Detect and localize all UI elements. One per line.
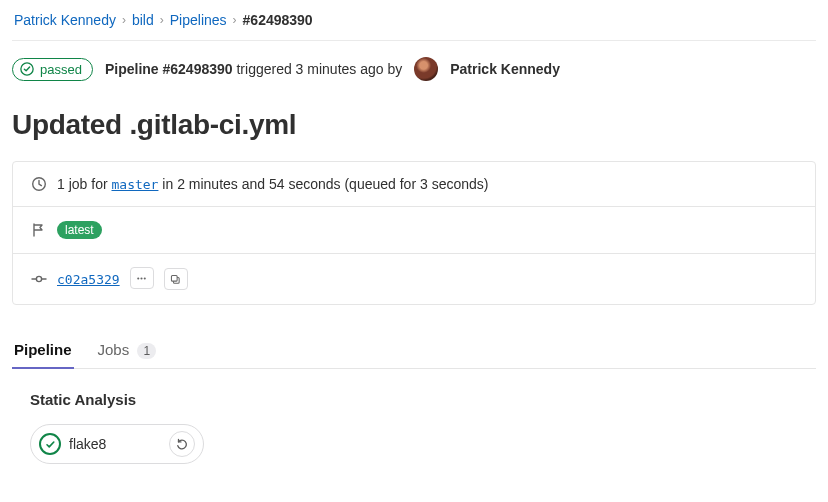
latest-tag[interactable]: latest: [57, 221, 102, 239]
commit-row: c02a5329: [13, 253, 815, 304]
pipeline-id-label: Pipeline #62498390: [105, 61, 233, 77]
more-actions-button[interactable]: [130, 267, 154, 289]
svg-point-3: [137, 277, 139, 279]
retry-job-button[interactable]: [169, 431, 195, 457]
job-name: flake8: [69, 436, 106, 452]
breadcrumb-current: #62498390: [243, 12, 313, 28]
pipeline-status-row: passed Pipeline #62498390 triggered 3 mi…: [12, 57, 816, 81]
stage-title: Static Analysis: [30, 391, 798, 408]
trigger-suffix: triggered 3 minutes ago by: [233, 61, 403, 77]
job-status-passed-icon: [39, 433, 61, 455]
summary-prefix: 1 job for: [57, 176, 111, 192]
avatar[interactable]: [414, 57, 438, 81]
pipeline-info-panel: 1 job for master in 2 minutes and 54 sec…: [12, 161, 816, 305]
commit-icon: [31, 271, 47, 287]
copy-sha-button[interactable]: [164, 268, 188, 290]
breadcrumb-user[interactable]: Patrick Kennedy: [14, 12, 116, 28]
pipeline-tabs: Pipeline Jobs 1: [12, 331, 816, 369]
commit-sha-link[interactable]: c02a5329: [57, 272, 120, 287]
pipeline-graph: Static Analysis flake8: [12, 369, 816, 474]
summary-suffix: in 2 minutes and 54 seconds (queued for …: [158, 176, 488, 192]
chevron-right-icon: ›: [160, 13, 164, 27]
status-badge-passed[interactable]: passed: [12, 58, 93, 81]
trigger-text: Pipeline #62498390 triggered 3 minutes a…: [105, 61, 402, 77]
divider: [12, 40, 816, 41]
tab-jobs[interactable]: Jobs 1: [96, 331, 159, 368]
job-pill-flake8[interactable]: flake8: [30, 424, 204, 464]
status-badge-text: passed: [40, 62, 82, 77]
summary-text: 1 job for master in 2 minutes and 54 sec…: [57, 176, 488, 192]
breadcrumb-project[interactable]: bild: [132, 12, 154, 28]
chevron-right-icon: ›: [122, 13, 126, 27]
clock-icon: [31, 176, 47, 192]
tab-jobs-label: Jobs: [98, 341, 130, 358]
breadcrumb: Patrick Kennedy › bild › Pipelines › #62…: [12, 10, 816, 40]
tab-jobs-count: 1: [137, 343, 156, 359]
branch-link[interactable]: master: [111, 177, 158, 192]
summary-row: 1 job for master in 2 minutes and 54 sec…: [13, 162, 815, 206]
flag-icon: [31, 222, 47, 238]
breadcrumb-section[interactable]: Pipelines: [170, 12, 227, 28]
svg-rect-7: [172, 275, 178, 281]
author-name[interactable]: Patrick Kennedy: [450, 61, 560, 77]
svg-point-5: [144, 277, 146, 279]
svg-point-4: [141, 277, 143, 279]
ellipsis-icon: [135, 272, 148, 285]
tab-pipeline[interactable]: Pipeline: [12, 331, 74, 368]
svg-point-2: [36, 276, 41, 281]
chevron-right-icon: ›: [233, 13, 237, 27]
copy-icon: [169, 273, 182, 286]
retry-icon: [175, 437, 189, 451]
check-circle-icon: [20, 62, 34, 76]
tags-row: latest: [13, 206, 815, 253]
commit-title: Updated .gitlab-ci.yml: [12, 109, 816, 141]
